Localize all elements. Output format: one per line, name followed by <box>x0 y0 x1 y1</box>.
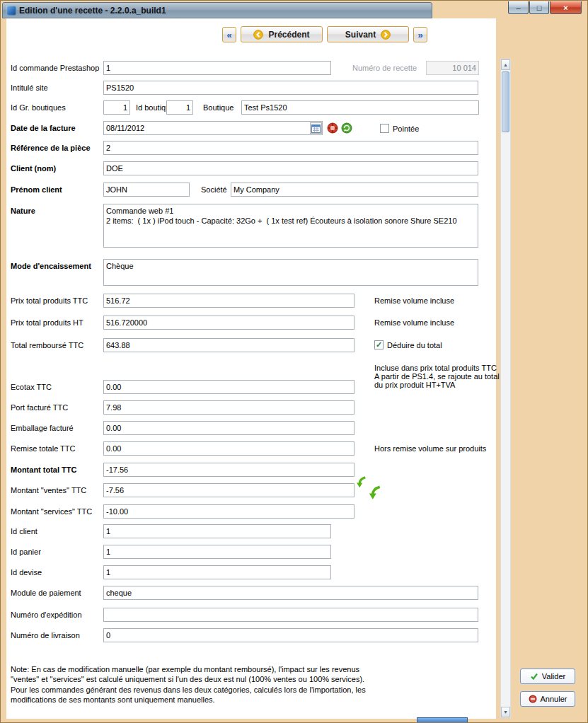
annuler-label: Annuler <box>541 695 567 703</box>
id-client-field[interactable] <box>103 524 331 538</box>
window-controls: – □ × <box>508 1 582 14</box>
scroll-up-icon: ▲ <box>503 62 508 67</box>
numero-recette-field <box>426 61 479 75</box>
ecotax-info-text: Incluse dans prix total produits TTC A p… <box>374 364 500 389</box>
chevron-left-icon <box>253 30 263 40</box>
id-devise-field[interactable] <box>103 565 331 579</box>
total-rembourse-field[interactable] <box>103 338 354 352</box>
intitule-site-field[interactable] <box>103 81 478 95</box>
remise-label: Remise totale TTC <box>11 444 76 453</box>
reference-piece-field[interactable] <box>103 141 478 155</box>
reference-piece-label: Référence de la pièce <box>11 144 91 152</box>
remise-field[interactable] <box>103 441 354 456</box>
scroll-thumb[interactable] <box>502 71 509 132</box>
first-record-button[interactable]: « <box>222 27 236 42</box>
calendar-icon <box>311 124 321 133</box>
numero-livraison-label: Numéro de livraison <box>11 631 80 640</box>
emballage-field[interactable] <box>103 421 354 435</box>
montant-ventes-field[interactable] <box>103 483 354 497</box>
scroll-down-icon: ▼ <box>503 710 508 715</box>
calendar-picker-button[interactable] <box>310 122 322 134</box>
boutique-label: Boutique <box>203 103 234 112</box>
societe-field[interactable] <box>231 183 478 197</box>
prix-ttc-label: Prix total produits TTC <box>11 296 88 305</box>
minimize-button[interactable]: – <box>508 1 529 14</box>
pointee-checkbox[interactable] <box>380 124 389 133</box>
prix-ht-note: Remise volume incluse <box>374 318 454 327</box>
clear-date-icon[interactable] <box>327 122 338 134</box>
previous-label: Précédent <box>268 30 309 40</box>
module-paiement-field[interactable] <box>103 586 478 600</box>
vertical-scrollbar[interactable]: ▲ ▼ <box>500 59 511 718</box>
client-nom-field[interactable] <box>103 161 478 175</box>
annuler-button[interactable]: Annuler <box>520 691 575 707</box>
client-nom-label: Client (nom) <box>11 164 56 173</box>
boutique-field[interactable] <box>241 100 479 115</box>
date-facture-field[interactable] <box>103 121 323 135</box>
montant-total-label: Montant total TTC <box>11 465 76 474</box>
prix-ttc-field[interactable] <box>103 294 354 308</box>
deduire-checkbox[interactable]: ✓ <box>374 340 384 349</box>
numero-expedition-label: Numéro d'expédition <box>11 611 82 619</box>
montant-services-field[interactable] <box>103 504 354 519</box>
last-record-button[interactable]: » <box>413 27 427 42</box>
green-arrow-icon[interactable] <box>354 476 367 489</box>
double-chevron-right-icon: » <box>417 30 422 40</box>
date-facture-label: Date de la facture <box>11 124 76 132</box>
titlebar[interactable]: Edition d'une recette - 2.2.0.a_build1 <box>2 2 432 18</box>
bottom-note: Note: En cas de modification manuelle (p… <box>11 664 368 705</box>
module-paiement-label: Module de paiement <box>11 589 81 597</box>
id-gr-boutiques-label: Id Gr. boutiques <box>11 103 66 112</box>
id-commande-label: Id commande Prestashop <box>11 64 99 72</box>
recipe-edit-window: Edition d'une recette - 2.2.0.a_build1 –… <box>0 0 588 723</box>
mode-encaissement-label: Mode d'encaissement <box>11 262 91 270</box>
previous-button[interactable]: Précédent <box>241 26 323 42</box>
id-commande-field[interactable] <box>103 61 331 75</box>
scroll-down-button[interactable]: ▼ <box>501 707 510 717</box>
societe-label: Société <box>201 185 227 194</box>
mode-encaissement-field[interactable]: Chèque <box>103 259 478 286</box>
id-devise-label: Id devise <box>11 568 42 577</box>
nature-label: Nature <box>11 207 35 215</box>
maximize-button[interactable]: □ <box>529 1 549 14</box>
scroll-up-button[interactable]: ▲ <box>501 59 510 70</box>
window-title: Edition d'une recette - 2.2.0.a_build1 <box>19 6 166 16</box>
check-icon <box>530 672 538 681</box>
numero-expedition-field[interactable] <box>103 608 478 622</box>
valider-button[interactable]: Valider <box>520 669 575 684</box>
prenom-client-label: Prénom client <box>11 185 62 194</box>
ecotax-label: Ecotax TTC <box>11 383 52 391</box>
prix-ttc-note: Remise volume incluse <box>374 296 454 305</box>
nature-field[interactable]: Commande web #1 2 items: ( 1x ) iPod tou… <box>103 204 478 248</box>
valider-label: Valider <box>542 672 565 681</box>
id-client-label: Id client <box>11 527 38 536</box>
id-boutique-field[interactable] <box>166 100 193 115</box>
prix-ht-field[interactable] <box>103 316 354 330</box>
montant-total-field[interactable] <box>103 463 354 477</box>
cancel-icon <box>529 695 537 703</box>
deduire-label: Déduire du total <box>387 341 442 349</box>
next-button[interactable]: Suivant <box>327 26 409 42</box>
prenom-client-field[interactable] <box>103 183 190 197</box>
double-chevron-left-icon: « <box>226 30 231 40</box>
montant-services-label: Montant "services" TTC <box>11 507 92 516</box>
ecotax-field[interactable] <box>103 380 354 394</box>
numero-livraison-field[interactable] <box>103 628 478 642</box>
port-facture-label: Port facturé TTC <box>11 403 68 412</box>
numero-recette-label: Numéro de recette <box>352 64 417 72</box>
close-button[interactable]: × <box>550 1 582 14</box>
montant-ventes-label: Montant "ventes" TTC <box>11 486 86 494</box>
id-gr-boutiques-field[interactable] <box>103 100 130 115</box>
background-window-fragment <box>417 717 468 723</box>
remise-note: Hors remise volume sur produits <box>374 444 486 453</box>
pointee-label: Pointée <box>393 125 419 133</box>
id-panier-label: Id panier <box>11 548 41 556</box>
port-facture-field[interactable] <box>103 400 354 415</box>
refresh-date-icon[interactable] <box>341 122 352 134</box>
id-panier-field[interactable] <box>103 545 331 559</box>
intitule-site-label: Intitulé site <box>11 83 48 92</box>
green-arrow-icon[interactable] <box>367 485 382 502</box>
next-label: Suivant <box>345 30 376 40</box>
total-rembourse-label: Total remboursé TTC <box>11 341 83 349</box>
emballage-label: Emballage facturé <box>11 424 74 432</box>
